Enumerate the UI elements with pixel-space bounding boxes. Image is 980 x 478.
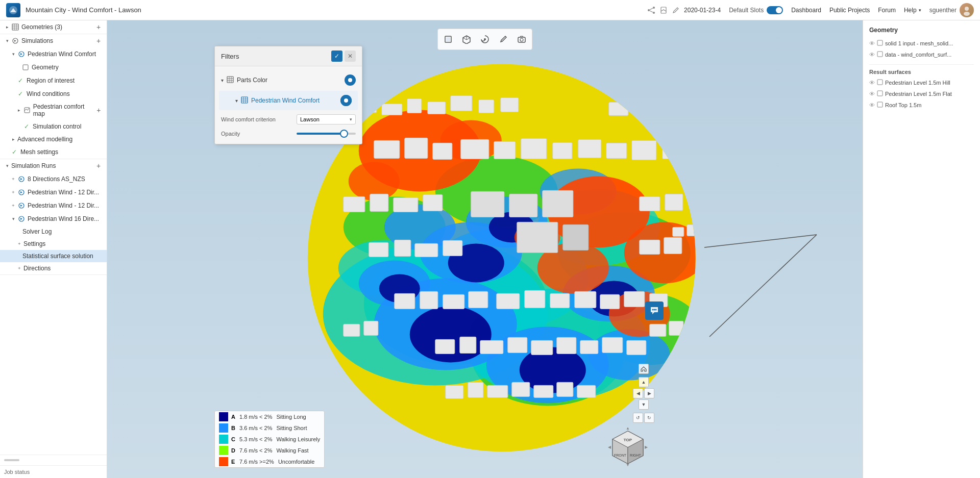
svg-rect-73 (606, 143, 627, 158)
sidebar-item-region[interactable]: ✓ Region of interest (0, 74, 107, 87)
legend-color-A (219, 412, 228, 421)
vp-camera-btn[interactable] (513, 31, 530, 47)
svg-rect-125 (563, 224, 589, 250)
geometries-add-btn[interactable]: + (94, 23, 103, 31)
svg-rect-97 (550, 293, 570, 308)
rotate-up-btn[interactable]: ▲ (639, 377, 649, 387)
sidebar-item-geometries[interactable]: ▸ Geometries (3) + (0, 20, 107, 34)
svg-rect-108 (580, 340, 598, 354)
sim-runs-add-btn[interactable]: + (94, 162, 103, 170)
roof-top-label: Roof Top 1.5m (885, 102, 921, 108)
ped-hill-eye-icon[interactable]: 👁 (869, 80, 875, 86)
opacity-slider[interactable] (297, 133, 356, 135)
ped-wind-filter-switch[interactable] (340, 95, 352, 106)
simulations-add-btn[interactable]: + (94, 37, 103, 45)
svg-rect-64 (655, 104, 675, 115)
rotate-down-btn[interactable]: ▼ (639, 399, 649, 410)
solid1-eye-icon[interactable]: 👁 (869, 40, 875, 46)
panel-item-ped-flat[interactable]: 👁 Pedestrian Level 1.5m Flat (869, 88, 974, 99)
vp-box-btn[interactable] (458, 31, 475, 47)
sidebar-item-mesh-settings[interactable]: ✓ Mesh settings (0, 145, 107, 159)
ped-wind-expand-icon: ▾ (10, 51, 16, 57)
parts-color-switch[interactable] (345, 74, 356, 86)
chat-button[interactable] (645, 301, 664, 320)
nav-cube[interactable]: TOP FRONT RIGHT ▲ ▼ ◀ ▶ (607, 427, 648, 468)
svg-point-133 (520, 38, 523, 41)
user-area[interactable]: sguenther (929, 3, 974, 17)
directions-expand-icon: + (16, 265, 22, 271)
vp-palette-btn[interactable] (477, 31, 493, 47)
ped-comfort-map-label: Pedestrian comfort map (33, 103, 95, 117)
panel-item-data[interactable]: 👁 data - wind_comfort_surf... (869, 49, 974, 60)
sidebar-item-settings[interactable]: + Settings (0, 238, 107, 250)
sidebar-item-adv-modelling[interactable]: ▸ Advanced modelling (0, 133, 107, 145)
bookmark-icon[interactable] (659, 6, 668, 14)
roof-top-eye-icon[interactable]: 👁 (869, 102, 875, 108)
forum-link[interactable]: Forum (878, 7, 896, 14)
legend-color-B (219, 423, 228, 433)
panel-item-ped-hill[interactable]: 👁 Pedestrian Level 1.5m Hill (869, 77, 974, 88)
legend-desc-D: Walking Fast (277, 447, 309, 454)
sidebar-item-run1[interactable]: + 8 Directions AS_NZS (0, 172, 107, 186)
filter-check-icon: ✓ (334, 53, 339, 60)
vp-pen-btn[interactable] (495, 31, 511, 47)
sidebar-item-geometry[interactable]: Geometry (0, 61, 107, 74)
filter-parts-color-header[interactable]: ▾ Parts Color (221, 72, 356, 88)
edit-icon[interactable] (672, 6, 680, 14)
public-projects-link[interactable]: Public Projects (829, 7, 870, 14)
sidebar-item-simulations[interactable]: ▾ Simulations + (0, 34, 107, 47)
panel-item-solid1[interactable]: 👁 solid 1 input - mesh_solid... (869, 38, 974, 49)
sidebar-item-wind[interactable]: ✓ Wind conditions (0, 87, 107, 100)
rotate-cw-btn[interactable]: ↻ (644, 413, 654, 423)
home-btn[interactable] (639, 364, 649, 374)
sidebar-item-run3[interactable]: + Pedestrian Wind - 12 Dir... (0, 199, 107, 212)
criterion-dropdown[interactable]: Lawson ▾ (297, 114, 356, 124)
svg-rect-6 (661, 7, 666, 13)
panel-item-roof-top[interactable]: 👁 Roof Top 1.5m (869, 99, 974, 111)
filter-title: Filters (221, 53, 331, 60)
sidebar-scroll-handle[interactable] (4, 459, 19, 461)
help-dropdown[interactable]: Help ▾ (904, 7, 921, 14)
data-eye-icon[interactable]: 👁 (869, 52, 875, 58)
dashboard-link[interactable]: Dashboard (791, 7, 821, 14)
filter-ped-wind-header[interactable]: ▾ Pedestrian Wind Comfort (235, 93, 352, 108)
sidebar-item-run4[interactable]: ▾ Pedestrian Wind 16 Dire... (0, 212, 107, 225)
share-icon[interactable] (647, 6, 655, 14)
svg-point-1 (653, 7, 655, 9)
sidebar-item-run2[interactable]: + Pedestrian Wind - 12 Dir... (0, 186, 107, 199)
sidebar-item-directions[interactable]: + Directions (0, 262, 107, 274)
sidebar-item-sim-control[interactable]: ✓ Simulation control (0, 120, 107, 133)
filter-confirm-btn[interactable]: ✓ (331, 51, 342, 62)
sidebar-item-solver-log[interactable]: Solver Log (0, 225, 107, 238)
slot-toggle-switch[interactable] (767, 6, 783, 14)
rotate-ccw-btn[interactable]: ↺ (633, 413, 643, 423)
sidebar-item-stat-surface[interactable]: Statistical surface solution (0, 250, 107, 262)
legend-desc-A: Sitting Long (277, 414, 306, 420)
solid1-label: solid 1 input - mesh_solid... (885, 40, 953, 46)
settings-label: Settings (23, 240, 45, 247)
ped-comfort-add-btn[interactable]: + (95, 106, 103, 114)
filter-close-btn[interactable]: ✕ (345, 51, 356, 62)
job-status-label: Job status (4, 469, 30, 475)
sidebar-item-sim-runs[interactable]: ▾ Simulation Runs + (0, 159, 107, 172)
svg-point-147 (655, 309, 657, 311)
svg-rect-65 (374, 140, 400, 158)
ped-flat-eye-icon[interactable]: 👁 (869, 91, 875, 97)
panel-divider (869, 64, 974, 65)
filter-body: ▾ Parts Color ▾ (215, 66, 362, 144)
run2-expand-icon: + (10, 189, 16, 195)
viewport[interactable]: A 1.8 m/s < 2% Sitting Long B 3.6 m/s < … (107, 20, 863, 478)
svg-rect-92 (420, 291, 438, 309)
sidebar-item-ped-wind[interactable]: ▾ Pedestrian Wind Comfort (0, 47, 107, 61)
svg-point-8 (964, 12, 970, 16)
sidebar-item-ped-comfort-map[interactable]: ▸ Pedestrian comfort map + (0, 100, 107, 120)
svg-rect-103 (460, 337, 476, 353)
rotate-right-btn[interactable]: ▶ (644, 388, 654, 398)
geometry-sub-label: Geometry (32, 64, 59, 71)
wind-comfort-legend: A 1.8 m/s < 2% Sitting Long B 3.6 m/s < … (214, 411, 325, 468)
svg-rect-111 (446, 385, 463, 398)
rotate-left-btn[interactable]: ◀ (633, 388, 643, 398)
vp-cube-btn[interactable] (440, 31, 456, 47)
help-chevron-icon: ▾ (919, 8, 921, 13)
geometries-section: ▸ Geometries (3) + (0, 20, 107, 34)
